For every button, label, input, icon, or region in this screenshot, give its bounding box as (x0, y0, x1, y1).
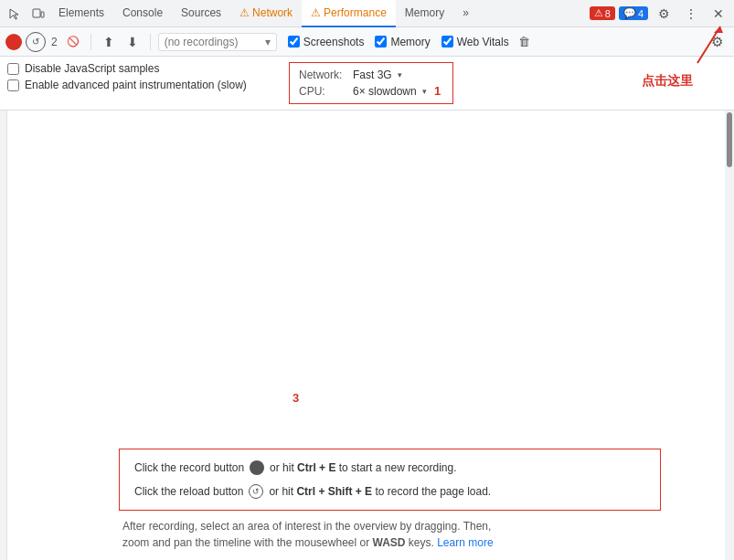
tab-performance[interactable]: ⚠ Performance (302, 0, 396, 27)
tab-sources[interactable]: Sources (172, 0, 230, 27)
click-here-text: 点击这里 (642, 73, 693, 90)
screenshots-checkbox-label[interactable]: Screenshots (288, 36, 365, 48)
recording-hints-box: Click the record button or hit Ctrl + E … (119, 449, 661, 511)
screenshots-checkbox[interactable] (288, 36, 300, 48)
advanced-paint-checkbox[interactable] (7, 79, 19, 91)
disable-js-samples-option[interactable]: Disable JavaScript samples (7, 62, 282, 75)
reload-hint-line: Click the reload button ↺ or hit Ctrl + … (134, 484, 645, 499)
device-toggle-btn[interactable] (27, 3, 49, 25)
tab-more[interactable]: » (453, 0, 478, 27)
network-setting-row: Network: Fast 3G ▾ (299, 69, 443, 81)
learn-more-link[interactable]: Learn more (437, 536, 493, 549)
svg-marker-3 (714, 26, 723, 33)
tab-memory[interactable]: Memory (396, 0, 453, 27)
toolbar-separator-2 (150, 34, 151, 50)
network-cpu-panel: Network: Fast 3G ▾ CPU: 6× slowdown ▾ (289, 62, 453, 104)
tab-network[interactable]: ⚠ Network (230, 0, 302, 27)
record-button[interactable] (5, 34, 22, 50)
memory-checkbox-label[interactable]: Memory (375, 36, 430, 48)
left-scrollbar[interactable] (0, 111, 7, 560)
memory-checkbox[interactable] (375, 36, 387, 48)
stop-btn[interactable]: 🚫 (63, 32, 83, 52)
network-dropdown-arrow[interactable]: ▾ (398, 70, 402, 79)
options-row: Disable JavaScript samples Enable advanc… (0, 57, 734, 111)
after-recording-hint: After recording, select an area of inter… (119, 518, 661, 551)
chat-badge: 💬 4 (619, 6, 648, 20)
svg-rect-0 (33, 9, 40, 17)
webvitals-checkbox-label[interactable]: Web Vitals (441, 36, 509, 48)
alert-badge: ⚠ 8 (590, 6, 615, 20)
record-hint-suffix: or hit Ctrl + E to start a new recording… (270, 461, 456, 474)
right-scrollbar[interactable] (725, 111, 734, 560)
cursor-icon-btn[interactable] (4, 3, 26, 25)
svg-rect-1 (41, 12, 44, 17)
options-left: Disable JavaScript samples Enable advanc… (7, 62, 282, 91)
reload-hint-suffix: or hit Ctrl + Shift + E to record the pa… (269, 485, 491, 498)
toolbar-separator-1 (90, 34, 91, 50)
advanced-paint-option[interactable]: Enable advanced paint instrumentation (s… (7, 79, 282, 91)
click-arrow-annotation (670, 22, 725, 70)
annotation-1: 1 (434, 84, 441, 98)
recordings-dropdown[interactable]: (no recordings) ▾ (158, 33, 277, 51)
clear-recordings-btn[interactable]: 🗑 (515, 32, 535, 52)
devtools-window: Elements Console Sources ⚠ Network ⚠ Per… (0, 0, 734, 560)
download-btn[interactable]: ⬇ (122, 32, 143, 52)
mini-reload-icon: ↺ (249, 484, 263, 499)
webvitals-checkbox[interactable] (441, 36, 453, 48)
mini-record-icon (250, 460, 264, 475)
main-recording-area: 3 Click the record button or hit Ctrl + … (0, 111, 734, 560)
counter-display: 2 (51, 36, 58, 48)
reload-record-btn[interactable]: ↺ (26, 32, 46, 52)
checkbox-group: Screenshots Memory Web Vitals (288, 36, 509, 48)
tab-bar: Elements Console Sources ⚠ Network ⚠ Per… (0, 0, 734, 27)
record-hint-line: Click the record button or hit Ctrl + E … (134, 460, 645, 475)
cpu-setting-row: CPU: 6× slowdown ▾ (299, 85, 443, 98)
scrollbar-thumb[interactable] (727, 112, 732, 167)
cpu-dropdown-arrow[interactable]: ▾ (422, 87, 427, 96)
recording-info-box: Click the record button or hit Ctrl + E … (119, 449, 661, 551)
disable-js-checkbox[interactable] (7, 63, 19, 75)
scrollbar-track (725, 111, 734, 560)
performance-toolbar: ↺ 2 🚫 ⬆ ⬇ (no recordings) ▾ Screenshots … (0, 27, 734, 57)
annotation-3: 3 (293, 391, 299, 405)
tab-elements[interactable]: Elements (49, 0, 113, 27)
tab-bar-left (4, 3, 49, 25)
upload-btn[interactable]: ⬆ (99, 32, 119, 52)
tab-console[interactable]: Console (113, 0, 172, 27)
